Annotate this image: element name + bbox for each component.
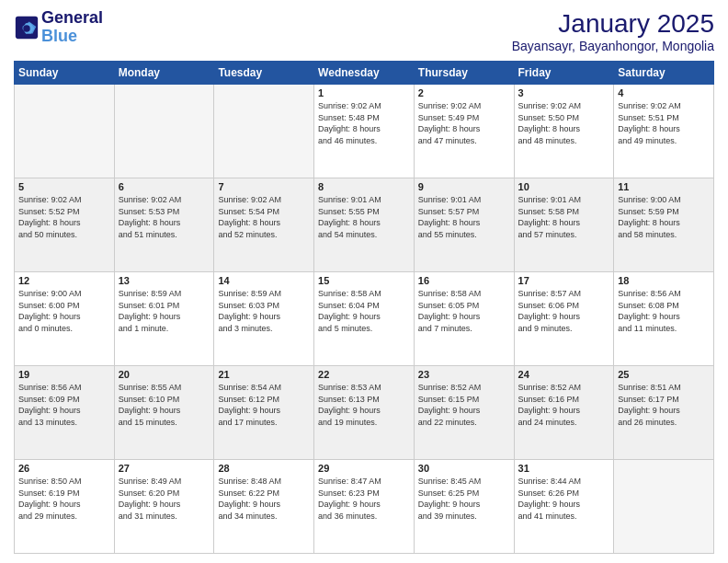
day-number: 26	[18, 463, 110, 474]
col-saturday: Saturday	[614, 62, 714, 85]
day-number: 7	[218, 181, 310, 192]
calendar-day: 20Sunrise: 8:55 AM Sunset: 6:10 PM Dayli…	[114, 366, 214, 460]
day-info: Sunrise: 9:00 AM Sunset: 5:59 PM Dayligh…	[618, 194, 710, 240]
day-number: 23	[418, 369, 510, 380]
calendar-day: 18Sunrise: 8:56 AM Sunset: 6:08 PM Dayli…	[614, 272, 714, 366]
day-number: 20	[119, 369, 210, 380]
logo: General Blue	[14, 9, 103, 46]
day-info: Sunrise: 8:58 AM Sunset: 6:04 PM Dayligh…	[318, 288, 410, 334]
day-info: Sunrise: 9:02 AM Sunset: 5:52 PM Dayligh…	[18, 194, 110, 240]
day-number: 29	[318, 463, 410, 474]
day-info: Sunrise: 8:45 AM Sunset: 6:25 PM Dayligh…	[418, 476, 510, 522]
calendar-week-2: 5Sunrise: 9:02 AM Sunset: 5:52 PM Daylig…	[15, 178, 714, 272]
day-number: 10	[518, 181, 610, 192]
calendar-day: 5Sunrise: 9:02 AM Sunset: 5:52 PM Daylig…	[15, 178, 115, 272]
day-info: Sunrise: 8:55 AM Sunset: 6:10 PM Dayligh…	[119, 382, 210, 428]
calendar-day	[114, 85, 214, 178]
col-friday: Friday	[514, 62, 614, 85]
calendar-day: 15Sunrise: 8:58 AM Sunset: 6:04 PM Dayli…	[314, 272, 415, 366]
day-info: Sunrise: 8:48 AM Sunset: 6:22 PM Dayligh…	[218, 476, 310, 522]
day-info: Sunrise: 8:44 AM Sunset: 6:26 PM Dayligh…	[518, 476, 610, 522]
day-info: Sunrise: 9:01 AM Sunset: 5:58 PM Dayligh…	[518, 194, 610, 240]
calendar-day: 9Sunrise: 9:01 AM Sunset: 5:57 PM Daylig…	[414, 178, 514, 272]
calendar-day: 8Sunrise: 9:01 AM Sunset: 5:55 PM Daylig…	[314, 178, 415, 272]
day-info: Sunrise: 8:51 AM Sunset: 6:17 PM Dayligh…	[618, 382, 710, 428]
calendar-week-1: 1Sunrise: 9:02 AM Sunset: 5:48 PM Daylig…	[15, 85, 714, 178]
day-info: Sunrise: 8:49 AM Sunset: 6:20 PM Dayligh…	[119, 476, 210, 522]
calendar-day	[214, 85, 314, 178]
calendar-day: 4Sunrise: 9:02 AM Sunset: 5:51 PM Daylig…	[614, 85, 714, 178]
calendar-day: 23Sunrise: 8:52 AM Sunset: 6:15 PM Dayli…	[414, 366, 514, 460]
calendar-day: 31Sunrise: 8:44 AM Sunset: 6:26 PM Dayli…	[514, 460, 614, 554]
calendar-day: 11Sunrise: 9:00 AM Sunset: 5:59 PM Dayli…	[614, 178, 714, 272]
day-number: 17	[518, 275, 610, 286]
col-monday: Monday	[114, 62, 214, 85]
day-number: 21	[218, 369, 310, 380]
day-number: 24	[518, 369, 610, 380]
day-number: 8	[318, 181, 410, 192]
day-info: Sunrise: 8:53 AM Sunset: 6:13 PM Dayligh…	[318, 382, 410, 428]
day-info: Sunrise: 8:59 AM Sunset: 6:03 PM Dayligh…	[218, 288, 310, 334]
col-thursday: Thursday	[414, 62, 514, 85]
calendar-day: 21Sunrise: 8:54 AM Sunset: 6:12 PM Dayli…	[214, 366, 314, 460]
calendar-day: 27Sunrise: 8:49 AM Sunset: 6:20 PM Dayli…	[114, 460, 214, 554]
day-number: 11	[618, 181, 710, 192]
day-number: 18	[618, 275, 710, 286]
day-info: Sunrise: 9:00 AM Sunset: 6:00 PM Dayligh…	[18, 288, 110, 334]
calendar-day	[614, 460, 714, 554]
logo-text: General Blue	[41, 9, 103, 46]
logo-line1: General	[41, 9, 103, 28]
col-tuesday: Tuesday	[214, 62, 314, 85]
calendar-day: 3Sunrise: 9:02 AM Sunset: 5:50 PM Daylig…	[514, 85, 614, 178]
month-title: January 2025	[512, 9, 714, 39]
calendar-day: 13Sunrise: 8:59 AM Sunset: 6:01 PM Dayli…	[114, 272, 214, 366]
calendar-day: 12Sunrise: 9:00 AM Sunset: 6:00 PM Dayli…	[15, 272, 115, 366]
day-number: 28	[218, 463, 310, 474]
day-number: 15	[318, 275, 410, 286]
logo-icon	[14, 15, 40, 40]
day-number: 3	[518, 87, 610, 98]
calendar-day: 24Sunrise: 8:52 AM Sunset: 6:16 PM Dayli…	[514, 366, 614, 460]
day-info: Sunrise: 8:56 AM Sunset: 6:08 PM Dayligh…	[618, 288, 710, 334]
calendar-day: 17Sunrise: 8:57 AM Sunset: 6:06 PM Dayli…	[514, 272, 614, 366]
day-info: Sunrise: 9:02 AM Sunset: 5:50 PM Dayligh…	[518, 100, 610, 146]
day-number: 27	[119, 463, 210, 474]
calendar-week-3: 12Sunrise: 9:00 AM Sunset: 6:00 PM Dayli…	[15, 272, 714, 366]
calendar-day: 14Sunrise: 8:59 AM Sunset: 6:03 PM Dayli…	[214, 272, 314, 366]
calendar-day	[15, 85, 115, 178]
day-number: 14	[218, 275, 310, 286]
calendar-week-4: 19Sunrise: 8:56 AM Sunset: 6:09 PM Dayli…	[15, 366, 714, 460]
day-info: Sunrise: 8:54 AM Sunset: 6:12 PM Dayligh…	[218, 382, 310, 428]
day-number: 5	[18, 181, 110, 192]
day-number: 2	[418, 87, 510, 98]
page: General Blue January 2025 Bayansayr, Bay…	[0, 0, 728, 563]
day-number: 19	[18, 369, 110, 380]
calendar-day: 29Sunrise: 8:47 AM Sunset: 6:23 PM Dayli…	[314, 460, 415, 554]
calendar-day: 16Sunrise: 8:58 AM Sunset: 6:05 PM Dayli…	[414, 272, 514, 366]
day-info: Sunrise: 9:02 AM Sunset: 5:51 PM Dayligh…	[618, 100, 710, 146]
day-info: Sunrise: 9:02 AM Sunset: 5:54 PM Dayligh…	[218, 194, 310, 240]
calendar-day: 22Sunrise: 8:53 AM Sunset: 6:13 PM Dayli…	[314, 366, 415, 460]
day-number: 16	[418, 275, 510, 286]
day-number: 1	[318, 87, 410, 98]
calendar-day: 7Sunrise: 9:02 AM Sunset: 5:54 PM Daylig…	[214, 178, 314, 272]
day-number: 9	[418, 181, 510, 192]
calendar-day: 1Sunrise: 9:02 AM Sunset: 5:48 PM Daylig…	[314, 85, 415, 178]
day-number: 4	[618, 87, 710, 98]
day-info: Sunrise: 9:02 AM Sunset: 5:48 PM Dayligh…	[318, 100, 410, 146]
day-info: Sunrise: 8:59 AM Sunset: 6:01 PM Dayligh…	[119, 288, 210, 334]
calendar-day: 10Sunrise: 9:01 AM Sunset: 5:58 PM Dayli…	[514, 178, 614, 272]
day-number: 25	[618, 369, 710, 380]
location-title: Bayansayr, Bayanhongor, Mongolia	[512, 39, 714, 53]
header: General Blue January 2025 Bayansayr, Bay…	[14, 9, 714, 53]
calendar-day: 19Sunrise: 8:56 AM Sunset: 6:09 PM Dayli…	[15, 366, 115, 460]
day-info: Sunrise: 9:01 AM Sunset: 5:55 PM Dayligh…	[318, 194, 410, 240]
day-number: 31	[518, 463, 610, 474]
day-number: 22	[318, 369, 410, 380]
calendar-day: 30Sunrise: 8:45 AM Sunset: 6:25 PM Dayli…	[414, 460, 514, 554]
day-info: Sunrise: 8:57 AM Sunset: 6:06 PM Dayligh…	[518, 288, 610, 334]
col-wednesday: Wednesday	[314, 62, 415, 85]
logo-line2: Blue	[41, 28, 103, 46]
header-row: Sunday Monday Tuesday Wednesday Thursday…	[15, 62, 714, 85]
day-number: 30	[418, 463, 510, 474]
